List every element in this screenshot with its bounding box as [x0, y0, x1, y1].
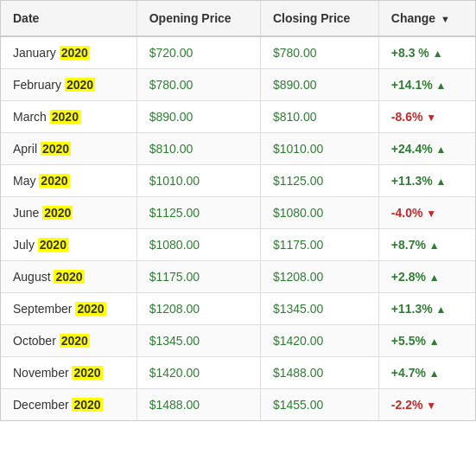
table-row: September 2020$1208.00$1345.00+11.3% ▲ — [1, 293, 475, 325]
table-row: May 2020$1010.00$1125.00+11.3% ▲ — [1, 165, 475, 197]
year-highlight: 2020 — [42, 206, 73, 220]
opening-price-column-header: Opening Price — [136, 1, 260, 36]
opening-price-value: $1080.00 — [149, 238, 200, 252]
date-column-header: Date — [1, 1, 136, 36]
table-row: July 2020$1080.00$1175.00+8.7% ▲ — [1, 229, 475, 261]
year-highlight: 2020 — [72, 398, 102, 412]
closing-price-cell: $1345.00 — [260, 293, 378, 325]
up-arrow-icon: ▲ — [429, 272, 440, 284]
table-row: December 2020$1488.00$1455.00-2.2% ▼ — [1, 389, 475, 421]
opening-price-cell: $1080.00 — [136, 229, 260, 261]
opening-price-cell: $890.00 — [136, 101, 260, 133]
table-row: November 2020$1420.00$1488.00+4.7% ▲ — [1, 357, 475, 389]
change-value: +14.1% — [391, 78, 436, 92]
down-arrow-icon: ▼ — [426, 112, 436, 124]
opening-price-cell: $720.00 — [136, 36, 260, 69]
change-cell: -8.6% ▼ — [378, 101, 475, 133]
closing-price-cell: $890.00 — [260, 69, 378, 101]
year-highlight: 2020 — [60, 334, 90, 348]
opening-price-cell: $1488.00 — [136, 389, 260, 421]
month-label: December — [13, 398, 72, 412]
change-cell: +8.7% ▲ — [378, 229, 475, 261]
closing-price-value: $810.00 — [273, 110, 317, 124]
table-row: October 2020$1345.00$1420.00+5.5% ▲ — [1, 325, 475, 357]
change-value: +4.7% — [391, 366, 429, 380]
price-table: Date Opening Price Closing Price Change … — [1, 1, 475, 420]
up-arrow-icon: ▲ — [429, 368, 440, 380]
year-highlight: 2020 — [50, 110, 80, 124]
opening-price-cell: $780.00 — [136, 69, 260, 101]
up-arrow-icon: ▲ — [433, 48, 443, 60]
month-label: May — [13, 174, 39, 188]
date-cell: June 2020 — [1, 197, 136, 229]
year-highlight: 2020 — [75, 302, 105, 316]
change-cell: +5.5% ▲ — [378, 325, 475, 357]
closing-price-value: $1080.00 — [273, 206, 323, 220]
change-cell: +24.4% ▲ — [378, 133, 475, 165]
change-column-header[interactable]: Change ▼ — [378, 1, 475, 36]
change-cell: -2.2% ▼ — [378, 389, 475, 421]
month-label: August — [13, 270, 54, 284]
month-label: April — [13, 142, 41, 156]
up-arrow-icon: ▲ — [429, 240, 440, 252]
month-label: March — [13, 110, 50, 124]
month-label: January — [13, 46, 60, 60]
change-value: -2.2% — [391, 398, 426, 412]
opening-price-cell: $1420.00 — [136, 357, 260, 389]
change-value: -8.6% — [391, 110, 426, 124]
opening-price-cell: $1345.00 — [136, 325, 260, 357]
closing-price-value: $1488.00 — [273, 366, 323, 380]
up-arrow-icon: ▲ — [436, 144, 447, 156]
month-label: October — [13, 334, 60, 348]
change-value: +8.7% — [391, 238, 429, 252]
closing-price-cell: $1080.00 — [260, 197, 378, 229]
closing-price-value: $890.00 — [273, 78, 317, 92]
change-value: +5.5% — [391, 334, 429, 348]
opening-price-value: $890.00 — [149, 110, 194, 124]
closing-price-cell: $1125.00 — [260, 165, 378, 197]
date-cell: December 2020 — [1, 389, 136, 421]
table-row: February 2020$780.00$890.00+14.1% ▲ — [1, 69, 475, 101]
year-highlight: 2020 — [38, 238, 68, 252]
month-label: July — [13, 238, 38, 252]
date-cell: March 2020 — [1, 101, 136, 133]
date-cell: August 2020 — [1, 261, 136, 293]
table-row: August 2020$1175.00$1208.00+2.8% ▲ — [1, 261, 475, 293]
table-row: January 2020$720.00$780.00+8.3 % ▲ — [1, 36, 475, 69]
year-highlight: 2020 — [60, 46, 90, 60]
closing-price-cell: $1175.00 — [260, 229, 378, 261]
date-cell: July 2020 — [1, 229, 136, 261]
closing-price-value: $1125.00 — [273, 174, 323, 188]
opening-price-value: $810.00 — [149, 142, 194, 156]
month-label: November — [13, 366, 72, 380]
date-cell: February 2020 — [1, 69, 136, 101]
date-cell: November 2020 — [1, 357, 136, 389]
opening-price-value: $1010.00 — [149, 174, 200, 188]
year-highlight: 2020 — [54, 270, 84, 284]
down-arrow-icon: ▼ — [426, 208, 436, 220]
change-value: +2.8% — [391, 270, 429, 284]
change-value: +11.3% — [391, 174, 436, 188]
date-cell: October 2020 — [1, 325, 136, 357]
opening-price-value: $1488.00 — [149, 398, 200, 412]
opening-price-cell: $1175.00 — [136, 261, 260, 293]
date-cell: January 2020 — [1, 36, 136, 69]
opening-price-value: $1125.00 — [149, 206, 200, 220]
closing-price-cell: $780.00 — [260, 36, 378, 69]
closing-price-value: $1010.00 — [273, 142, 323, 156]
price-table-container: Date Opening Price Closing Price Change … — [0, 0, 476, 421]
up-arrow-icon: ▲ — [436, 80, 447, 92]
opening-price-cell: $1010.00 — [136, 165, 260, 197]
table-row: June 2020$1125.00$1080.00-4.0% ▼ — [1, 197, 475, 229]
closing-price-value: $1175.00 — [273, 238, 323, 252]
change-cell: +11.3% ▲ — [378, 165, 475, 197]
opening-price-cell: $810.00 — [136, 133, 260, 165]
date-cell: May 2020 — [1, 165, 136, 197]
change-cell: +2.8% ▲ — [378, 261, 475, 293]
opening-price-value: $1345.00 — [149, 334, 200, 348]
closing-price-value: $1208.00 — [273, 270, 323, 284]
year-highlight: 2020 — [39, 174, 69, 188]
closing-price-cell: $1488.00 — [260, 357, 378, 389]
month-label: February — [13, 78, 65, 92]
up-arrow-icon: ▲ — [429, 336, 440, 348]
